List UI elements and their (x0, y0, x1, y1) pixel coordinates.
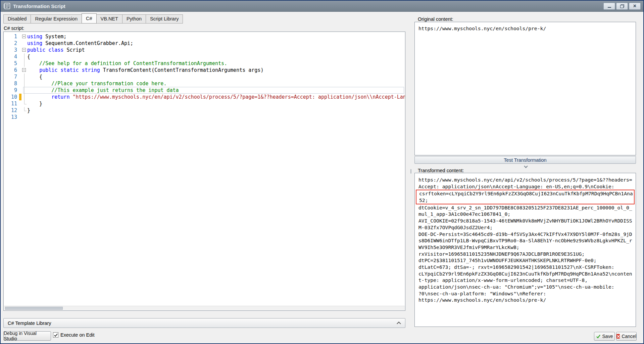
save-button[interactable]: Save (594, 332, 615, 341)
marker-margin (19, 47, 21, 53)
code-line[interactable]: 1using System; (4, 33, 405, 40)
tab-script-library[interactable]: Script Library (146, 14, 183, 23)
restore-button[interactable] (616, 3, 628, 10)
line-number: 10 (4, 94, 19, 100)
fold-collapse-icon[interactable] (21, 47, 27, 53)
code-line[interactable]: 2using Sequentum.ContentGrabber.Api; (4, 40, 405, 47)
transformed-line: application/json\nsec-ch-ua: "Chromium";… (418, 284, 632, 290)
editor-label: C# script: (4, 26, 24, 31)
horizontal-scrollbar[interactable] (4, 306, 405, 310)
line-number: 8 (4, 80, 19, 87)
transformed-line: dtPC=2$381101517_745h1vUWNOUFFJEUKKAHTHK… (418, 257, 632, 264)
marker-margin (19, 40, 21, 47)
marker-margin (19, 73, 21, 80)
fold-margin (21, 100, 27, 107)
line-number: 6 (4, 67, 19, 73)
line-number: 3 (4, 47, 19, 53)
restore-icon (620, 4, 624, 8)
tab-vb-net[interactable]: VB.NET (96, 14, 122, 23)
code-line[interactable]: 10 return "https://www.myschools.nyc/en/… (4, 94, 405, 100)
transformed-line: ?0\nsec-ch-ua-platform: "Windows"\nRefer… (418, 290, 632, 297)
scrollbar-thumb[interactable] (5, 307, 63, 310)
code-editor[interactable]: 1using System;2using Sequentum.ContentGr… (3, 32, 405, 311)
code-lines: 1using System;2using Sequentum.ContentGr… (4, 33, 405, 306)
debug-in-visual-studio-button[interactable]: Debug in Visual Studio (3, 331, 51, 341)
marker-margin (19, 80, 21, 87)
code-line[interactable]: 12} (4, 107, 405, 114)
original-content-box[interactable]: https://www.myschools.nyc/en/schools/pre… (414, 22, 636, 155)
execute-on-edit-checkbox-group[interactable]: Execute on Edit (53, 332, 95, 338)
code-line[interactable]: 8 //Place your transformation code here. (4, 80, 405, 87)
fold-collapse-icon[interactable] (21, 33, 27, 40)
transformed-line: dtCookie=v_4_srv_2_sn_1DD797DBE8C0832051… (418, 204, 632, 211)
original-content-label: Original content: (418, 16, 453, 22)
highlight-box: csrftoken=cLYpqiCb2Y9rl9En6pkFzZX3GqO8Cu… (416, 190, 635, 204)
fold-collapse-icon[interactable] (21, 67, 27, 73)
fold-margin (21, 73, 27, 80)
titlebar[interactable]: Transformation Script × (1, 1, 643, 12)
minimize-button[interactable] (603, 3, 615, 10)
code-text: using Sequentum.ContentGrabber.Api; (27, 40, 133, 47)
line-number: 5 (4, 60, 19, 67)
modified-line-marker (19, 94, 21, 100)
code-line[interactable]: 6 public static string TransformContent(… (4, 67, 405, 73)
tab-c[interactable]: C# (82, 13, 97, 23)
transformed-line: https://www.myschools.nyc/en/api/v2/scho… (418, 177, 632, 183)
code-line[interactable]: 4{ (4, 53, 405, 60)
marker-margin (19, 100, 21, 107)
window-title: Transformation Script (13, 3, 65, 9)
cancel-button[interactable]: Cancel (616, 332, 637, 341)
code-text: public class Script (27, 47, 85, 53)
transformed-line: dtLatC=673; dtSa=-; rxvt=1696582901542|1… (418, 264, 632, 271)
marker-margin (19, 107, 21, 114)
collapse-chevron-icon[interactable] (397, 322, 401, 326)
code-line[interactable]: 7 { (4, 73, 405, 80)
marker-margin (19, 53, 21, 60)
marker-margin (19, 67, 21, 73)
code-text: } (27, 107, 30, 114)
code-line[interactable]: 5 //See help for a definition of Content… (4, 60, 405, 67)
code-text: return "https://www.myschools.nyc/en/api… (27, 94, 405, 100)
line-number: 12 (4, 107, 19, 114)
fold-margin (21, 53, 27, 60)
app-icon (4, 3, 10, 9)
transformed-line: DOE-DC-Persist=3Sc4645cd9-d19b-4fSVSy3Ax… (418, 231, 632, 238)
transformed-content-box[interactable]: https://www.myschools.nyc/en/api/v2/scho… (414, 173, 636, 327)
tab-python[interactable]: Python (122, 14, 146, 23)
fold-margin (21, 40, 27, 47)
code-line[interactable]: 13 (4, 114, 405, 120)
transformed-line: WV9Ih5e3O9RR3VEJfmivF9MRarYLkcKwB; (418, 244, 632, 251)
transformed-line: rxVisitor=16965811015235NHJDNEF9Q67AJDCL… (418, 251, 632, 257)
tab-strip: DisabledRegular ExpressionC#VB.NETPython… (3, 14, 183, 23)
marker-margin (19, 33, 21, 40)
minimize-icon (608, 7, 611, 8)
code-line[interactable]: 3public class Script (4, 47, 405, 53)
line-number: 4 (4, 53, 19, 60)
cancel-x-icon (616, 334, 620, 339)
transformed-line: s8D6IWW6inDTfp1LB-WvpqCiBxvTP9Ro0-8a-SlA… (418, 237, 632, 244)
fold-margin (21, 60, 27, 67)
transformed-line: t-type: application/x-www-form-urlencode… (418, 277, 632, 284)
test-transformation-button[interactable]: Test Transformation (414, 156, 636, 164)
code-text: //Place your transformation code here. (27, 80, 166, 87)
code-text: } (27, 100, 42, 107)
tab-regular-expression[interactable]: Regular Expression (31, 14, 82, 23)
close-button[interactable]: × (629, 3, 641, 10)
fold-margin (21, 114, 27, 120)
code-text: { (27, 53, 30, 60)
fold-margin (21, 87, 27, 94)
splitter-collapse-chevron-icon[interactable] (523, 165, 529, 168)
transformed-line: AVI_COOKIE=02f9c818a5-1543-46tEWNMk0Vk8m… (418, 217, 632, 224)
code-line[interactable]: 9 //This example just returns the input … (4, 87, 405, 94)
code-text: //See help for a definition of ContentTr… (27, 60, 227, 67)
code-text: using System; (27, 33, 66, 40)
code-line[interactable]: 11 } (4, 100, 405, 107)
splitter-handle[interactable] (410, 169, 411, 174)
line-number: 9 (4, 87, 19, 94)
cancel-label: Cancel (622, 334, 636, 339)
template-library-bar[interactable]: C# Template Library (3, 318, 405, 328)
execute-on-edit-label: Execute on Edit (60, 332, 95, 338)
execute-on-edit-checkbox[interactable] (53, 332, 58, 338)
transformed-line: mul_1_app-3A1c00e47ec1067841_0; (418, 211, 632, 217)
tab-disabled[interactable]: Disabled (3, 14, 31, 23)
